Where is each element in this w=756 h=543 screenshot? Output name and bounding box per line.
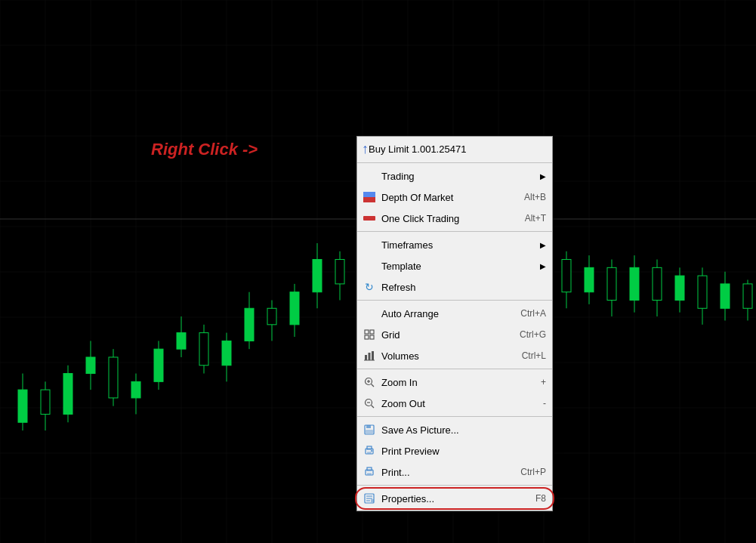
zoom-out-item[interactable]: Zoom Out - [357,393,552,414]
svg-rect-1 [370,330,374,334]
print-label: Print... [381,467,511,478]
print-preview-label: Print Preview [381,446,546,457]
print-item[interactable]: Print... Ctrl+P [357,461,552,483]
svg-rect-16 [366,425,371,428]
svg-rect-20 [367,452,372,454]
auto-arrange-icon [362,306,377,321]
zoom-in-item[interactable]: Zoom In + [357,372,552,393]
template-item[interactable]: Template ▶ [357,255,552,276]
zoom-out-shortcut: - [543,398,546,409]
svg-line-11 [372,384,375,387]
dom-label: Depth Of Market [381,192,515,203]
volumes-icon [362,348,377,363]
timeframes-arrow: ▶ [540,241,546,249]
zoom-out-label: Zoom Out [381,398,534,409]
separator-4 [357,369,552,369]
depth-of-market-item[interactable]: Depth Of Market Alt+B [357,187,552,208]
svg-rect-23 [367,467,372,470]
context-menu: ↑ Buy Limit 1.00 1.25471 Trading ▶ Depth… [356,136,553,511]
properties-item[interactable]: Properties... F8 [357,488,552,509]
template-arrow: ▶ [540,262,546,270]
trading-item[interactable]: Trading ▶ [357,165,552,187]
save-icon [362,422,377,437]
timeframes-item[interactable]: Timeframes ▶ [357,234,552,255]
volumes-shortcut: Ctrl+L [522,350,546,361]
save-as-picture-item[interactable]: Save As Picture... [357,419,552,440]
properties-icon [362,491,377,506]
refresh-label: Refresh [381,282,546,293]
refresh-icon: ↻ [362,279,377,295]
svg-rect-17 [366,430,373,433]
svg-rect-19 [367,446,372,449]
one-click-trading-item[interactable]: One Click Trading Alt+T [357,208,552,229]
volumes-label: Volumes [381,350,513,362]
zoom-in-shortcut: + [541,377,546,387]
svg-point-21 [371,450,372,452]
one-click-icon [362,211,377,226]
separator-6 [357,485,552,486]
svg-line-14 [372,406,375,409]
zoom-in-label: Zoom In [381,377,532,388]
grid-item[interactable]: Grid Ctrl+G [357,324,552,345]
timeframes-label: Timeframes [381,239,540,251]
svg-rect-29 [371,499,374,502]
print-shortcut: Ctrl+P [520,467,546,477]
properties-shortcut: F8 [535,493,546,504]
volumes-item[interactable]: Volumes Ctrl+L [357,345,552,366]
buy-limit-item[interactable]: ↑ Buy Limit 1.00 1.25471 [357,138,552,160]
separator-5 [357,416,552,417]
auto-arrange-shortcut: Ctrl+A [520,308,546,319]
zoom-in-icon [362,375,377,390]
svg-rect-4 [365,355,367,360]
auto-arrange-label: Auto Arrange [381,308,511,319]
properties-label: Properties... [381,493,526,504]
svg-rect-2 [365,335,369,339]
grid-label: Grid [381,329,511,341]
dom-icon [362,190,377,205]
one-click-label: One Click Trading [381,213,516,224]
svg-rect-24 [367,473,372,475]
trading-arrow: ▶ [540,172,546,180]
svg-rect-3 [370,335,374,339]
template-label: Template [381,261,540,272]
template-icon [362,258,377,273]
print-preview-icon [362,443,377,458]
print-preview-item[interactable]: Print Preview [357,440,552,461]
separator-1 [357,162,552,163]
separator-3 [357,300,552,301]
one-click-shortcut: Alt+T [525,213,546,224]
grid-icon [362,327,377,342]
trading-label: Trading [381,171,540,182]
grid-shortcut: Ctrl+G [520,329,546,340]
trading-icon [362,168,377,184]
buy-limit-price: 1.25471 [430,143,466,155]
zoom-out-icon [362,396,377,411]
save-label: Save As Picture... [381,424,546,436]
buy-limit-icon: ↑ [362,141,369,157]
svg-rect-0 [365,330,369,334]
svg-rect-5 [369,353,371,360]
refresh-item[interactable]: ↻ Refresh [357,276,552,298]
buy-limit-label: Buy Limit 1.00 [369,143,430,155]
auto-arrange-item[interactable]: Auto Arrange Ctrl+A [357,303,552,324]
dom-shortcut: Alt+B [524,192,546,202]
print-icon [362,464,377,480]
separator-2 [357,231,552,232]
timeframes-icon [362,237,377,252]
svg-rect-6 [372,351,374,360]
